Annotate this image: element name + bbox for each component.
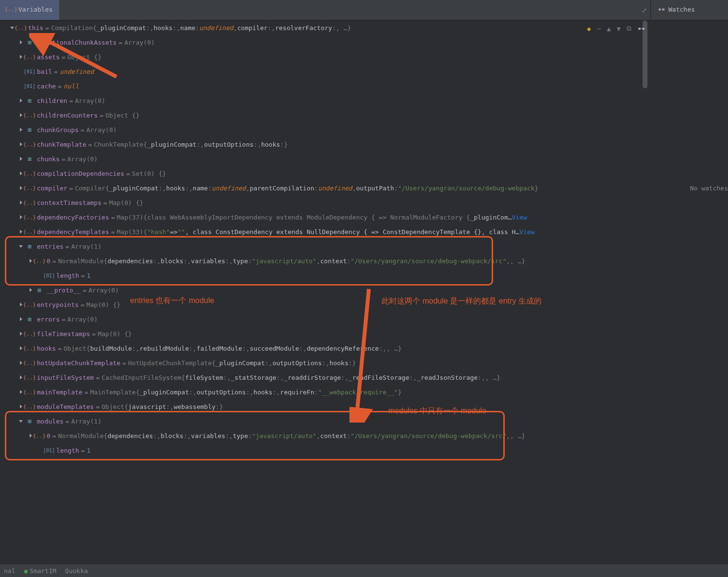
bookmark-icon[interactable]: ◆	[587, 25, 591, 33]
var-row-entries-0[interactable]: 0=NormalModule {dependencies: , blocks: …	[0, 254, 728, 268]
var-row-cache[interactable]: cache=null	[0, 79, 728, 93]
copy-icon[interactable]: ⧉	[627, 24, 631, 33]
chevron-icon[interactable]	[17, 39, 24, 46]
var-row-contextTimestamps[interactable]: contextTimestamps=Map(0) {}	[0, 195, 728, 210]
var-row-inputFileSystem[interactable]: inputFileSystem=CachedInputFileSystem {f…	[0, 370, 728, 385]
chevron-icon[interactable]	[37, 272, 44, 279]
var-row-entries-length[interactable]: length=1	[0, 268, 728, 283]
var-row-mainTemplate[interactable]: mainTemplate=MainTemplate {_pluginCompat…	[0, 385, 728, 399]
obj-icon	[25, 53, 34, 60]
obj-icon	[25, 330, 34, 337]
annotation-1: entries 也有一个 module	[130, 296, 214, 306]
glasses-icon[interactable]: 👓	[637, 25, 645, 33]
var-row-modules-length[interactable]: length=1	[0, 443, 728, 458]
chevron-icon[interactable]	[17, 243, 24, 250]
action-bar: ◆ − ▲ ▼ ⧉ 👓	[587, 24, 645, 33]
chevron-icon[interactable]	[37, 447, 44, 454]
expand-icon[interactable]: ⤢	[638, 0, 650, 20]
variables-tab[interactable]: Variables	[0, 0, 59, 20]
var-row-entrypoints[interactable]: entrypoints=Map(0) {}	[0, 297, 728, 312]
prim-icon	[45, 447, 53, 454]
chevron-icon[interactable]	[17, 316, 24, 322]
var-row-children[interactable]: children=Array(0)	[0, 93, 728, 108]
chevron-icon[interactable]	[17, 126, 24, 133]
bottom-item[interactable]: nal	[4, 567, 15, 575]
var-row-chunkTemplate[interactable]: chunkTemplate=ChunkTemplate {_pluginComp…	[0, 137, 728, 152]
chevron-icon[interactable]	[17, 418, 24, 424]
up-icon[interactable]: ▲	[607, 25, 611, 33]
arr-icon	[25, 155, 34, 162]
annotation-3: modules 中只有一个 module	[388, 406, 486, 416]
bottom-item[interactable]: ●SmartIM	[24, 567, 56, 575]
obj-icon	[25, 185, 34, 191]
var-row-assets[interactable]: assets=Object {}	[0, 50, 728, 64]
var-row-hooks[interactable]: hooks=Object {buildModule: , rebuildModu…	[0, 341, 728, 356]
obj-icon	[25, 301, 34, 308]
var-row-entries[interactable]: entries=Array(1)	[0, 239, 728, 254]
chevron-icon[interactable]	[17, 68, 24, 75]
var-row-dependencyTemplates[interactable]: dependencyTemplates=Map(33) {"hash" => "…	[0, 224, 728, 239]
var-row-moduleTemplates[interactable]: moduleTemplates=Object {javascript: , we…	[0, 399, 728, 414]
obj-icon	[25, 228, 34, 235]
arr-icon	[25, 126, 34, 133]
glasses-icon: 👓	[658, 6, 665, 13]
obj-icon	[25, 199, 34, 206]
obj-icon	[25, 345, 34, 352]
object-icon	[17, 24, 25, 31]
arr-icon	[25, 97, 34, 104]
arr-icon	[25, 39, 34, 46]
obj-icon	[25, 374, 34, 381]
watches-tab[interactable]: 👓 Watches	[650, 0, 728, 20]
chevron-icon[interactable]	[17, 97, 24, 104]
bottom-item[interactable]: Quokka	[65, 567, 88, 575]
obj-icon	[25, 389, 34, 395]
chevron-icon[interactable]	[17, 83, 24, 89]
chevron-icon[interactable]	[27, 287, 34, 293]
var-row-hotUpdateChunkTemplate[interactable]: hotUpdateChunkTemplate=HotUpdateChunkTem…	[0, 356, 728, 370]
var-row-entries-proto[interactable]: __proto__=Array(0)	[0, 283, 728, 297]
obj-icon	[25, 359, 34, 366]
obj-icon	[25, 214, 34, 221]
var-row-modules-0[interactable]: 0=NormalModule {dependencies: , blocks: …	[0, 428, 728, 443]
minus-icon[interactable]: −	[597, 25, 601, 33]
var-row-childrenCounters[interactable]: childrenCounters=Object {}	[0, 108, 728, 122]
arr-icon	[25, 243, 34, 250]
object-icon	[35, 432, 44, 439]
obj-icon	[25, 112, 34, 119]
arr-icon	[35, 287, 44, 293]
arr-icon	[25, 316, 34, 322]
var-row-bail[interactable]: bail=undefined	[0, 64, 728, 79]
var-row-chunkGroups[interactable]: chunkGroups=Array(0)	[0, 122, 728, 137]
var-row-compiler[interactable]: compiler=Compiler {_pluginCompat: , hook…	[0, 181, 728, 195]
object-icon	[35, 257, 44, 264]
braces-icon	[7, 6, 16, 13]
var-row-compilationDependencies[interactable]: compilationDependencies=Set(0) {}	[0, 166, 728, 181]
var-row-modules[interactable]: modules=Array(1)	[0, 414, 728, 428]
annotation-2: 此时这两个 module 是一样的都是 entry 生成的	[381, 296, 542, 306]
obj-icon	[25, 170, 34, 177]
var-row-chunks[interactable]: chunks=Array(0)	[0, 152, 728, 166]
variables-tab-label: Variables	[18, 6, 52, 13]
prim-icon	[45, 272, 53, 279]
down-icon[interactable]: ▼	[617, 25, 621, 33]
arr-icon	[25, 418, 34, 424]
var-row-fileTimestamps[interactable]: fileTimestamps=Map(0) {}	[0, 326, 728, 341]
obj-icon	[25, 141, 34, 148]
var-row-errors[interactable]: errors=Array(0)	[0, 312, 728, 326]
watches-tab-label: Watches	[668, 6, 695, 13]
var-row-additionalChunkAssets[interactable]: additionalChunkAssets=Array(0)	[0, 35, 728, 50]
var-row-dependencyFactories[interactable]: dependencyFactories=Map(37) {class WebAs…	[0, 210, 728, 224]
prim-icon	[25, 83, 34, 89]
status-bar: nal ●SmartIM Quokka	[0, 564, 728, 577]
obj-icon	[25, 403, 34, 410]
prim-icon	[25, 68, 34, 75]
chevron-icon[interactable]	[17, 155, 24, 162]
